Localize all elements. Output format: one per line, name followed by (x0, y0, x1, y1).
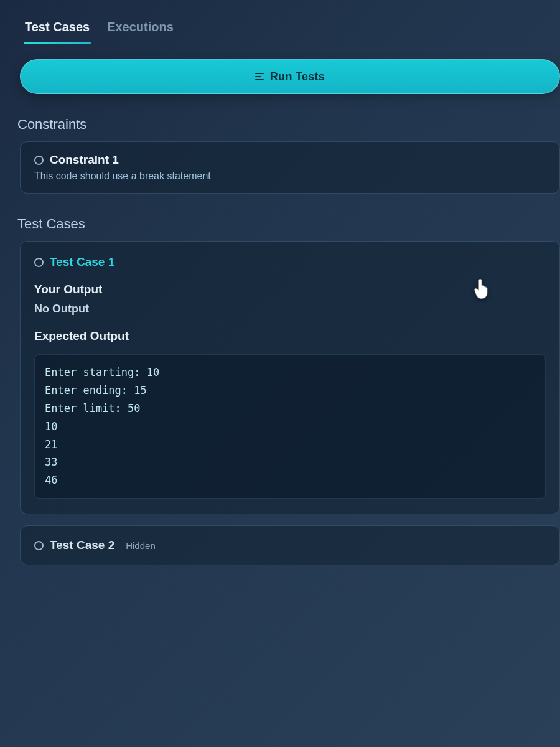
tabbar: Test Cases Executions (15, 12, 560, 43)
expected-output-block: Enter starting: 10 Enter ending: 15 Ente… (34, 354, 546, 499)
run-tests-button[interactable]: Run Tests (20, 59, 560, 94)
testcase-2-title: Test Case 2 (50, 538, 114, 552)
constraint-title: Constraint 1 (50, 153, 119, 167)
your-output-value: No Output (34, 303, 546, 316)
constraint-card[interactable]: Constraint 1 This code should use a brea… (20, 141, 560, 194)
testcase-2-card[interactable]: Test Case 2 Hidden (20, 525, 560, 565)
testcases-heading: Test Cases (17, 216, 560, 232)
tab-test-cases[interactable]: Test Cases (25, 15, 90, 43)
status-circle-icon (34, 541, 44, 550)
constraints-heading: Constraints (17, 116, 560, 133)
hidden-badge: Hidden (126, 540, 156, 551)
testcase-1-title: Test Case 1 (50, 255, 114, 269)
checklist-icon (255, 73, 264, 80)
your-output-label: Your Output (34, 283, 546, 296)
testcase-1-card[interactable]: Test Case 1 Your Output No Output Expect… (20, 241, 560, 514)
run-tests-label: Run Tests (270, 70, 325, 83)
expected-output-label: Expected Output (34, 329, 546, 343)
status-circle-icon (34, 156, 44, 165)
tab-executions[interactable]: Executions (107, 15, 174, 43)
status-circle-icon (34, 258, 44, 267)
constraint-description: This code should use a break statement (34, 171, 546, 182)
